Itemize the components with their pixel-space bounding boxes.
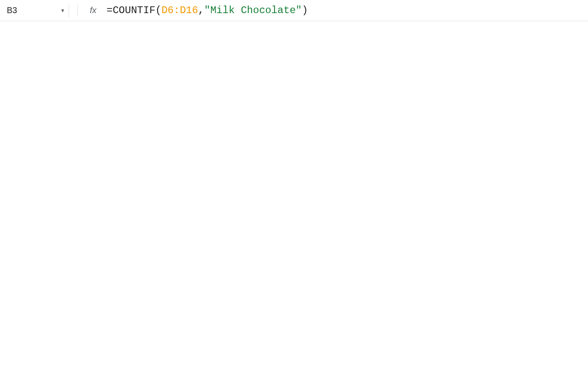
name-box-dropdown-icon[interactable]: ▼ <box>60 8 65 14</box>
name-box[interactable]: B3 ▼ <box>3 4 69 17</box>
formula-bar: B3 ▼ fx =COUNTIF(D6:D16,"Milk Chocolate"… <box>0 0 588 21</box>
fx-icon: fx <box>86 6 100 15</box>
divider <box>78 5 78 17</box>
formula-input[interactable]: =COUNTIF(D6:D16,"Milk Chocolate") <box>103 5 585 16</box>
name-box-value: B3 <box>7 6 17 15</box>
